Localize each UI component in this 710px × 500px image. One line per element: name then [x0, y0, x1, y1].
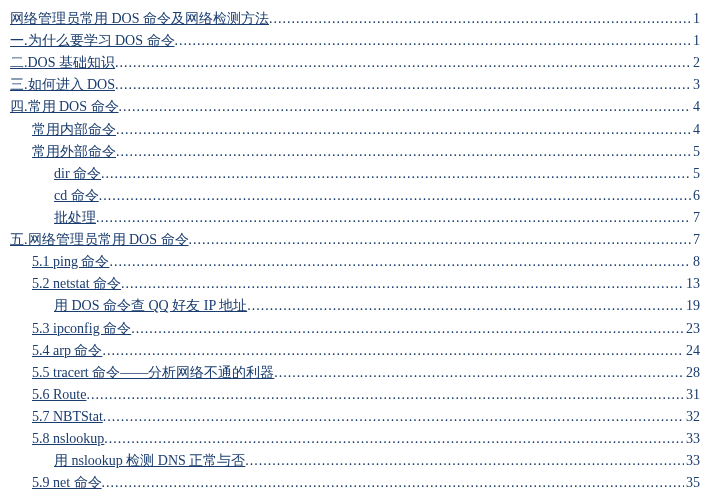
- toc-entry-page: 5: [691, 141, 700, 163]
- toc-entry-title[interactable]: dir 命令: [54, 163, 101, 185]
- toc-leader-dots: [269, 8, 691, 30]
- toc-entry-page: 6: [691, 185, 700, 207]
- toc-leader-dots: [102, 472, 684, 494]
- toc-entry[interactable]: 四.常用 DOS 命令4: [10, 96, 700, 118]
- toc-entry-page: 1: [691, 30, 700, 52]
- toc-leader-dots: [109, 251, 691, 273]
- toc-entry[interactable]: 常用外部命令5: [10, 141, 700, 163]
- toc-entry[interactable]: 5.2 netstat 命令13: [10, 273, 700, 295]
- toc-entry[interactable]: 一.为什么要学习 DOS 命令1: [10, 30, 700, 52]
- toc-leader-dots: [96, 207, 691, 229]
- toc-entry[interactable]: 三.如何进入 DOS3: [10, 74, 700, 96]
- toc-entry-page: 33: [684, 450, 700, 472]
- toc-entry-page: 28: [684, 362, 700, 384]
- toc-leader-dots: [103, 406, 684, 428]
- toc-leader-dots: [245, 450, 684, 472]
- toc-entry-title[interactable]: 5.6 Route: [32, 384, 86, 406]
- toc-entry-page: 1: [691, 8, 700, 30]
- toc-leader-dots: [99, 185, 691, 207]
- toc-leader-dots: [102, 340, 684, 362]
- toc-entry[interactable]: 常用内部命令4: [10, 119, 700, 141]
- toc-leader-dots: [274, 362, 684, 384]
- toc-entry-page: 3: [691, 74, 700, 96]
- toc-entry-page: 4: [691, 96, 700, 118]
- toc-entry-title[interactable]: 网络管理员常用 DOS 命令及网络检测方法: [10, 8, 269, 30]
- toc-entry-title[interactable]: cd 命令: [54, 185, 99, 207]
- toc-entry-page: 35: [684, 472, 700, 494]
- toc-entry[interactable]: cd 命令6: [10, 185, 700, 207]
- toc-entry-page: 32: [684, 406, 700, 428]
- toc-entry[interactable]: 用 nslookup 检测 DNS 正常与否33: [10, 450, 700, 472]
- toc-leader-dots: [175, 30, 691, 52]
- toc-entry[interactable]: 5.7 NBTStat32: [10, 406, 700, 428]
- toc-leader-dots: [115, 52, 691, 74]
- toc-entry-title[interactable]: 用 nslookup 检测 DNS 正常与否: [54, 450, 245, 472]
- toc-entry-title[interactable]: 批处理: [54, 207, 96, 229]
- toc-entry[interactable]: 5.3 ipconfig 命令23: [10, 318, 700, 340]
- toc-leader-dots: [104, 428, 684, 450]
- toc-leader-dots: [116, 119, 691, 141]
- toc-entry-title[interactable]: 常用内部命令: [32, 119, 116, 141]
- toc-entry-title[interactable]: 5.8 nslookup: [32, 428, 104, 450]
- toc-entry-page: 7: [691, 229, 700, 251]
- toc-entry-title[interactable]: 五.网络管理员常用 DOS 命令: [10, 229, 189, 251]
- toc-entry-title[interactable]: 5.3 ipconfig 命令: [32, 318, 131, 340]
- toc-leader-dots: [101, 163, 691, 185]
- toc-entry[interactable]: 批处理7: [10, 207, 700, 229]
- toc-leader-dots: [189, 229, 691, 251]
- toc-entry-page: 23: [684, 318, 700, 340]
- toc-entry-page: 4: [691, 119, 700, 141]
- toc-entry-page: 7: [691, 207, 700, 229]
- toc-entry-title[interactable]: 5.4 arp 命令: [32, 340, 102, 362]
- toc-entry-title[interactable]: 四.常用 DOS 命令: [10, 96, 119, 118]
- toc-entry-page: 33: [684, 428, 700, 450]
- toc-entry-title[interactable]: 5.1 ping 命令: [32, 251, 109, 273]
- toc-entry-page: 13: [684, 273, 700, 295]
- toc-entry[interactable]: dir 命令5: [10, 163, 700, 185]
- toc-entry-page: 8: [691, 251, 700, 273]
- toc-leader-dots: [86, 384, 684, 406]
- toc-entry-page: 19: [684, 295, 700, 317]
- toc-entry[interactable]: 5.5 tracert 命令——分析网络不通的利器28: [10, 362, 700, 384]
- toc-entry[interactable]: 用 DOS 命令查 QQ 好友 IP 地址19: [10, 295, 700, 317]
- toc-entry[interactable]: 网络管理员常用 DOS 命令及网络检测方法1: [10, 8, 700, 30]
- toc-entry[interactable]: 二.DOS 基础知识2: [10, 52, 700, 74]
- toc-entry-title[interactable]: 三.如何进入 DOS: [10, 74, 115, 96]
- toc-entry-title[interactable]: 二.DOS 基础知识: [10, 52, 115, 74]
- toc-leader-dots: [119, 96, 691, 118]
- table-of-contents: 网络管理员常用 DOS 命令及网络检测方法1一.为什么要学习 DOS 命令1二.…: [10, 8, 700, 494]
- toc-entry-page: 5: [691, 163, 700, 185]
- toc-entry[interactable]: 5.9 net 命令35: [10, 472, 700, 494]
- toc-entry-page: 31: [684, 384, 700, 406]
- toc-leader-dots: [115, 74, 691, 96]
- toc-entry[interactable]: 五.网络管理员常用 DOS 命令7: [10, 229, 700, 251]
- toc-leader-dots: [131, 318, 684, 340]
- toc-entry-title[interactable]: 用 DOS 命令查 QQ 好友 IP 地址: [54, 295, 247, 317]
- toc-entry-page: 2: [691, 52, 700, 74]
- toc-entry-title[interactable]: 5.5 tracert 命令——分析网络不通的利器: [32, 362, 274, 384]
- toc-entry-page: 24: [684, 340, 700, 362]
- toc-entry[interactable]: 5.1 ping 命令8: [10, 251, 700, 273]
- toc-entry[interactable]: 5.8 nslookup33: [10, 428, 700, 450]
- toc-leader-dots: [247, 295, 684, 317]
- toc-entry[interactable]: 5.4 arp 命令24: [10, 340, 700, 362]
- toc-leader-dots: [116, 141, 691, 163]
- toc-entry-title[interactable]: 5.9 net 命令: [32, 472, 102, 494]
- toc-entry-title[interactable]: 一.为什么要学习 DOS 命令: [10, 30, 175, 52]
- toc-entry-title[interactable]: 5.7 NBTStat: [32, 406, 103, 428]
- toc-entry-title[interactable]: 5.2 netstat 命令: [32, 273, 121, 295]
- toc-entry[interactable]: 5.6 Route31: [10, 384, 700, 406]
- toc-leader-dots: [121, 273, 684, 295]
- toc-entry-title[interactable]: 常用外部命令: [32, 141, 116, 163]
